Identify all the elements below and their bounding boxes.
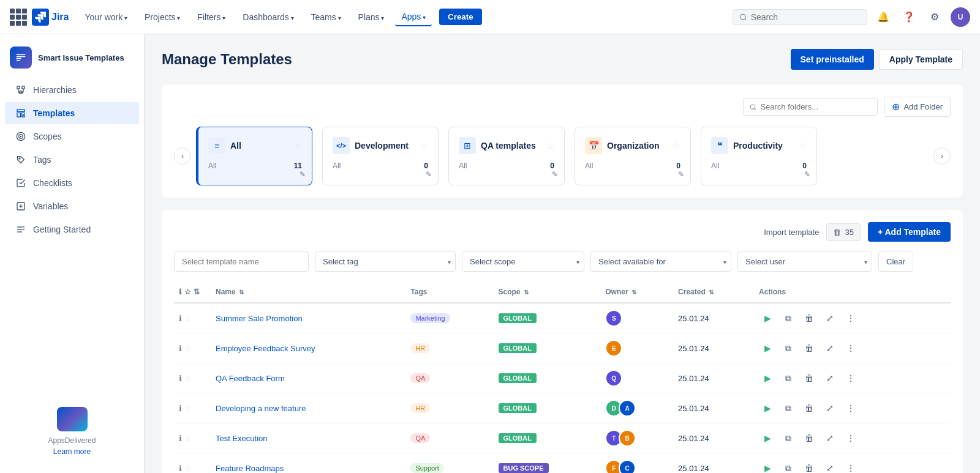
delete-button[interactable]: 🗑 (801, 460, 818, 473)
play-button[interactable]: ▶ (759, 460, 776, 473)
share-button[interactable]: ⤢ (821, 310, 839, 327)
sidebar-item-variables[interactable]: Variables (5, 195, 139, 217)
folder-qa-edit-icon[interactable]: ✎ (552, 170, 558, 179)
share-button[interactable]: ⤢ (821, 400, 839, 417)
play-button[interactable]: ▶ (759, 430, 776, 447)
nav-filters[interactable]: Filters (191, 9, 232, 26)
copy-button[interactable]: ⧉ (780, 460, 797, 473)
delete-button[interactable]: 🗑 (801, 370, 818, 387)
sidebar-item-checklists[interactable]: Checklists (5, 172, 139, 194)
row-star-icon[interactable]: ☆ (184, 344, 192, 353)
sidebar-item-tags[interactable]: Tags (5, 149, 139, 171)
add-template-button[interactable]: + Add Template (868, 222, 951, 242)
sidebar-item-getting-started[interactable]: Getting Started (5, 218, 139, 240)
delete-button[interactable]: 🗑 (801, 430, 818, 447)
folder-org-star[interactable]: ☆ (673, 141, 680, 151)
learn-more-link[interactable]: Learn more (53, 447, 91, 456)
folder-search-box[interactable] (743, 98, 878, 116)
menu-button[interactable]: ⋮ (842, 370, 859, 387)
share-button[interactable]: ⤢ (821, 460, 839, 473)
folder-card-qa[interactable]: ⊞ QA templates ☆ All 0 ✎ (448, 127, 565, 185)
sidebar-item-templates[interactable]: Templates (5, 102, 139, 124)
th-sort-icon[interactable]: ⇅ (194, 288, 200, 296)
filter-scope-select[interactable]: Select scope (462, 251, 584, 272)
share-button[interactable]: ⤢ (821, 340, 839, 357)
folder-card-development[interactable]: </> Development ☆ All 0 ✎ (322, 127, 439, 185)
play-button[interactable]: ▶ (759, 400, 776, 417)
template-name-link[interactable]: Employee Feedback Survey (216, 344, 315, 353)
template-name-link[interactable]: Feature Roadmaps (216, 464, 284, 473)
template-name-link[interactable]: Summer Sale Promotion (216, 314, 303, 323)
menu-button[interactable]: ⋮ (842, 310, 859, 327)
folder-search-input[interactable] (760, 102, 871, 111)
folder-qa-star[interactable]: ☆ (546, 141, 554, 151)
row-info-icon[interactable]: ℹ (179, 434, 182, 443)
add-folder-button[interactable]: ⊕ Add Folder (884, 97, 951, 117)
play-button[interactable]: ▶ (759, 310, 776, 327)
play-button[interactable]: ▶ (759, 370, 776, 387)
settings-button[interactable]: ⚙ (925, 7, 944, 27)
row-info-icon[interactable]: ℹ (179, 374, 182, 383)
folder-prod-edit-icon[interactable]: ✎ (804, 170, 810, 179)
owner-sort-icon[interactable]: ⇅ (631, 289, 636, 296)
folder-card-productivity[interactable]: ❝ Productivity ☆ All 0 ✎ (701, 127, 817, 185)
scope-sort-icon[interactable]: ⇅ (524, 289, 529, 296)
copy-button[interactable]: ⧉ (780, 400, 797, 417)
folder-all-star[interactable]: ☆ (294, 141, 302, 151)
delete-button[interactable]: 🗑 (801, 310, 818, 327)
user-avatar[interactable]: U (951, 7, 970, 27)
delete-button[interactable]: 🗑 (801, 340, 818, 357)
clear-filters-button[interactable]: Clear (878, 251, 913, 272)
created-sort-icon[interactable]: ⇅ (709, 289, 714, 296)
nav-plans[interactable]: Plans (352, 9, 391, 26)
name-sort-icon[interactable]: ⇅ (239, 289, 244, 296)
row-star-icon[interactable]: ☆ (184, 464, 192, 473)
row-star-icon[interactable]: ☆ (184, 404, 192, 413)
folder-card-all[interactable]: ≡ All ☆ All 11 ✎ (196, 127, 312, 185)
apply-template-button[interactable]: Apply Template (879, 49, 963, 70)
search-input[interactable] (751, 12, 861, 22)
nav-projects[interactable]: Projects (138, 9, 186, 26)
row-star-icon[interactable]: ☆ (184, 374, 192, 383)
row-info-icon[interactable]: ℹ (179, 464, 182, 473)
menu-button[interactable]: ⋮ (842, 400, 859, 417)
row-star-icon[interactable]: ☆ (184, 434, 192, 443)
set-preinstalled-button[interactable]: Set preinstalled (791, 49, 874, 70)
import-template-button[interactable]: Import template (764, 228, 819, 237)
menu-button[interactable]: ⋮ (842, 340, 859, 357)
template-name-link[interactable]: Test Execution (216, 434, 268, 443)
sidebar-item-scopes[interactable]: Scopes (5, 125, 139, 147)
filter-available-select[interactable]: Select available for (590, 251, 731, 272)
filter-tag-select[interactable]: Select tag (315, 251, 456, 272)
copy-button[interactable]: ⧉ (780, 430, 797, 447)
nav-teams[interactable]: Teams (305, 9, 347, 26)
row-info-icon[interactable]: ℹ (179, 404, 182, 413)
play-button[interactable]: ▶ (759, 340, 776, 357)
folder-card-organization[interactable]: 📅 Organization ☆ All 0 ✎ (575, 127, 691, 185)
share-button[interactable]: ⤢ (821, 370, 839, 387)
jira-logo[interactable]: Jira (32, 9, 69, 26)
nav-apps[interactable]: Apps (395, 8, 432, 26)
delete-button[interactable]: 🗑 (801, 400, 818, 417)
nav-dashboards[interactable]: Dashboards (236, 9, 300, 26)
template-name-link[interactable]: QA Feedback Form (216, 374, 285, 383)
grid-menu-icon[interactable] (10, 9, 27, 26)
template-name-link[interactable]: Developing a new feature (216, 404, 306, 413)
notifications-button[interactable]: 🔔 (873, 7, 893, 27)
filter-user-select[interactable]: Select user (737, 251, 872, 272)
help-button[interactable]: ❓ (899, 7, 919, 27)
nav-your-work[interactable]: Your work (78, 9, 134, 26)
sidebar-item-hierarchies[interactable]: Hierarchies (5, 79, 139, 101)
carousel-prev-button[interactable]: ‹ (174, 147, 191, 165)
menu-button[interactable]: ⋮ (842, 430, 859, 447)
copy-button[interactable]: ⧉ (780, 370, 797, 387)
row-info-icon[interactable]: ℹ (179, 314, 182, 323)
folder-all-edit-icon[interactable]: ✎ (300, 170, 306, 179)
copy-button[interactable]: ⧉ (780, 310, 797, 327)
folder-dev-star[interactable]: ☆ (420, 141, 428, 151)
share-button[interactable]: ⤢ (821, 430, 839, 447)
create-button[interactable]: Create (439, 9, 482, 25)
copy-button[interactable]: ⧉ (780, 340, 797, 357)
folder-prod-star[interactable]: ☆ (799, 141, 807, 151)
carousel-next-button[interactable]: › (933, 147, 951, 165)
